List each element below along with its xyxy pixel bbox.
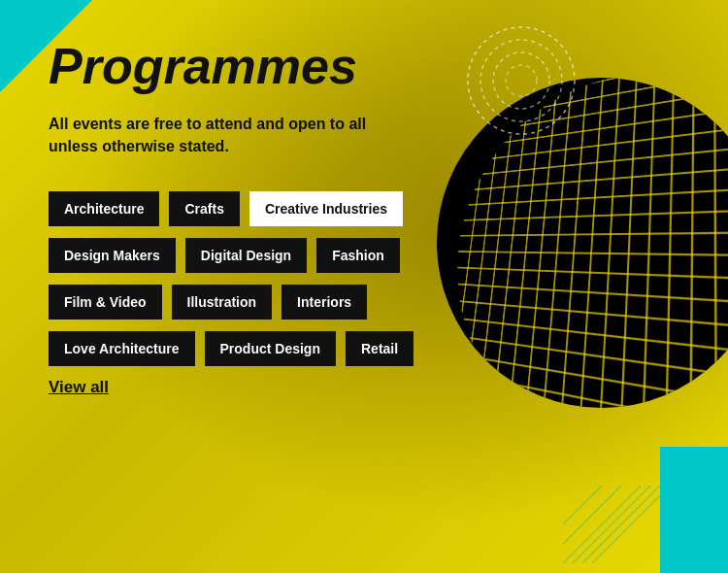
svg-line-6 <box>582 486 660 563</box>
tag-design-makers[interactable]: Design Makers <box>49 238 176 273</box>
tag-illustration[interactable]: Illustration <box>172 285 273 320</box>
tag-film-video[interactable]: Film & Video <box>49 285 162 320</box>
page-wrapper: Programmes All events are free to attend… <box>0 0 728 573</box>
tag-digital-design[interactable]: Digital Design <box>185 238 307 273</box>
teal-accent-bottomright <box>660 447 728 573</box>
main-content: Programmes All events are free to attend… <box>0 0 505 426</box>
svg-point-3 <box>506 65 537 96</box>
svg-line-4 <box>563 486 641 563</box>
tags-row-1: Architecture Crafts Creative Industries <box>49 191 466 226</box>
tag-product-design[interactable]: Product Design <box>205 331 336 366</box>
tag-interiors[interactable]: Interiors <box>281 285 367 320</box>
tag-creative-industries[interactable]: Creative Industries <box>249 191 403 226</box>
tag-love-architecture[interactable]: Love Architecture <box>49 331 195 366</box>
tags-row-3: Film & Video Illustration Interiors <box>49 285 466 320</box>
page-title: Programmes <box>49 39 466 94</box>
svg-line-8 <box>563 486 602 524</box>
subtitle-text: All events are free to attend and open t… <box>49 114 417 157</box>
view-all-link[interactable]: View all <box>49 378 109 397</box>
tag-retail[interactable]: Retail <box>346 331 414 366</box>
tag-fashion[interactable]: Fashion <box>316 238 400 273</box>
svg-line-5 <box>573 486 650 563</box>
tag-crafts[interactable]: Crafts <box>169 191 239 226</box>
diagonal-lines-decoration <box>563 486 660 563</box>
tags-row-2: Design Makers Digital Design Fashion <box>49 238 466 273</box>
tags-container: Architecture Crafts Creative Industries … <box>49 191 466 366</box>
tags-row-4: Love Architecture Product Design Retail <box>49 331 466 366</box>
tag-architecture[interactable]: Architecture <box>49 191 159 226</box>
